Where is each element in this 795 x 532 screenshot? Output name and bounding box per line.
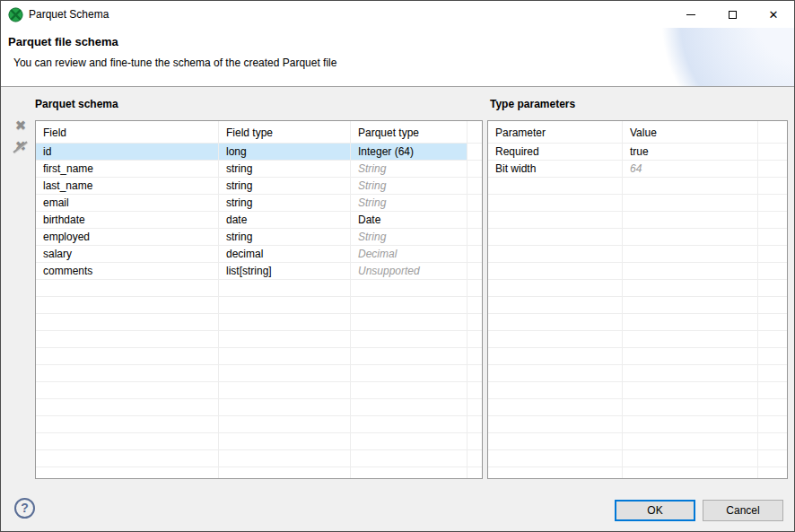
page-subtitle: You can review and fine-tune the schema … <box>13 57 336 69</box>
field-type-cell: list[string] <box>219 263 351 279</box>
value-cell: 64 <box>623 161 758 177</box>
empty-row <box>36 382 482 399</box>
empty-row <box>488 263 787 280</box>
parquet-type-cell: Date <box>351 212 467 228</box>
empty-row <box>488 297 787 314</box>
column-header-field[interactable]: Field <box>36 121 219 143</box>
empty-row <box>36 450 482 467</box>
cell <box>351 348 467 364</box>
empty-row <box>36 348 482 365</box>
empty-row <box>488 246 787 263</box>
column-header-parquet-type[interactable]: Parquet type <box>351 121 467 143</box>
cell <box>351 314 467 330</box>
filler-cell <box>467 178 482 194</box>
table-row[interactable]: last_namestringString <box>36 178 482 195</box>
cell <box>758 348 787 364</box>
maximize-button[interactable] <box>712 1 753 28</box>
header-banner: Parquet file schema You can review and f… <box>1 28 794 87</box>
cell <box>623 229 758 245</box>
filler-cell <box>758 144 787 160</box>
empty-row <box>36 433 482 450</box>
cell <box>488 195 623 211</box>
cell <box>219 399 351 415</box>
field-cell: birthdate <box>36 212 219 228</box>
column-header-parameter[interactable]: Parameter <box>488 121 623 143</box>
empty-row <box>488 467 787 479</box>
field-cell: last_name <box>36 178 219 194</box>
minimize-button[interactable] <box>670 1 712 28</box>
cell <box>758 433 787 449</box>
delete-all-fields-button[interactable]: ✖ <box>12 138 30 156</box>
cell <box>488 450 623 467</box>
column-header-field-type[interactable]: Field type <box>219 121 351 143</box>
parquet-type-cell: String <box>351 229 467 245</box>
help-button[interactable]: ? <box>14 498 35 519</box>
cell <box>488 399 623 415</box>
cell <box>36 450 219 467</box>
cell <box>488 467 623 479</box>
cancel-button[interactable]: Cancel <box>703 500 783 521</box>
column-header-value[interactable]: Value <box>623 121 758 143</box>
cell <box>488 314 623 330</box>
empty-row <box>488 365 787 382</box>
close-button[interactable]: ✕ <box>753 1 794 28</box>
ok-button[interactable]: OK <box>615 500 695 521</box>
empty-row <box>488 433 787 450</box>
page-title: Parquet file schema <box>8 35 118 48</box>
table-row[interactable]: salarydecimalDecimal <box>36 246 482 263</box>
help-icon: ? <box>21 501 29 515</box>
filler-cell <box>467 229 482 245</box>
cell <box>758 229 787 245</box>
cell <box>758 178 787 194</box>
table-row[interactable]: Bit width64 <box>488 161 787 178</box>
cell <box>488 331 623 347</box>
cell <box>36 416 219 432</box>
empty-row <box>488 450 787 467</box>
cell <box>758 467 787 479</box>
table-row[interactable]: employedstringString <box>36 229 482 246</box>
parquet-schema-table: Field Field type Parquet type idlongInte… <box>35 120 483 479</box>
table-row[interactable]: Requiredtrue <box>488 144 787 161</box>
params-table-header: Parameter Value <box>488 121 787 144</box>
filler-cell <box>467 263 482 279</box>
cell <box>488 416 623 432</box>
titlebar[interactable]: Parquet Schema ✕ <box>1 1 794 28</box>
field-cell: id <box>36 144 219 160</box>
cell <box>758 399 787 415</box>
cell <box>758 280 787 296</box>
field-cell: first_name <box>36 161 219 177</box>
empty-row <box>488 416 787 433</box>
cell <box>219 348 351 364</box>
cell <box>36 399 219 415</box>
cell <box>467 297 482 313</box>
cell <box>623 467 758 479</box>
cell <box>219 450 351 467</box>
parquet-type-cell: String <box>351 161 467 177</box>
table-row[interactable]: commentslist[string]Unsupported <box>36 263 482 280</box>
type-parameters-table: Parameter Value RequiredtrueBit width64 <box>487 120 788 479</box>
cell <box>36 433 219 449</box>
field-type-cell: string <box>219 195 351 211</box>
field-type-cell: decimal <box>219 246 351 262</box>
table-row[interactable]: idlongInteger (64) <box>36 144 482 161</box>
cell <box>758 195 787 211</box>
filler-cell <box>467 246 482 262</box>
cell <box>351 450 467 467</box>
field-cell: email <box>36 195 219 211</box>
table-row[interactable]: first_namestringString <box>36 161 482 178</box>
cell <box>488 280 623 296</box>
cell <box>623 416 758 432</box>
cell <box>219 433 351 449</box>
delete-field-button[interactable]: ✖ <box>12 118 30 135</box>
table-row[interactable]: emailstringString <box>36 195 482 212</box>
cell <box>488 229 623 245</box>
cell <box>758 297 787 313</box>
cell <box>623 263 758 279</box>
cell <box>488 212 623 228</box>
cell <box>219 280 351 296</box>
cell <box>219 416 351 432</box>
cell <box>758 212 787 228</box>
field-cell: comments <box>36 263 219 279</box>
table-row[interactable]: birthdatedateDate <box>36 212 482 229</box>
cell <box>467 314 482 330</box>
